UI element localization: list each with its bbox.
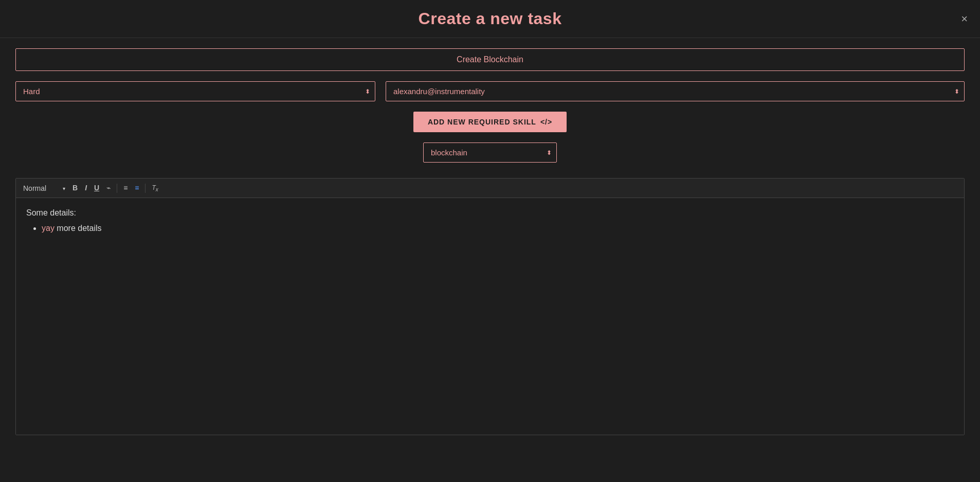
editor-list-item: yay more details (42, 222, 954, 235)
editor-list: yay more details (26, 222, 954, 235)
modal-title: Create a new task (419, 9, 562, 28)
close-button[interactable]: × (959, 11, 970, 27)
add-skill-row: ADD NEW REQUIRED SKILL </> (15, 112, 965, 132)
toolbar-divider (117, 184, 117, 193)
add-skill-button[interactable]: ADD NEW REQUIRED SKILL </> (413, 112, 567, 132)
editor-toolbar: Normal Heading 1 Heading 2 Heading 3 Cod… (16, 178, 964, 198)
more-details-text: more details (55, 224, 102, 233)
clear-format-button[interactable]: Tx (149, 182, 161, 194)
bold-button[interactable]: B (69, 182, 81, 194)
difficulty-assignee-row: Easy Normal Hard Expert ⬍ alexandru@inst… (15, 81, 965, 101)
modal-header: Create a new task × (0, 0, 980, 38)
difficulty-select-wrapper: Easy Normal Hard Expert ⬍ (15, 81, 375, 101)
italic-icon: I (85, 184, 87, 192)
yay-text: yay (42, 224, 55, 233)
modal-container: Create a new task × Easy Normal Hard Exp… (0, 0, 980, 482)
underline-icon: U (94, 184, 99, 192)
ordered-list-icon: ≡ (123, 184, 128, 192)
assignee-select-wrapper: alexandru@instrumentality other@example.… (386, 81, 965, 101)
toolbar-divider-2 (145, 184, 146, 193)
clear-format-icon: Tx (152, 184, 158, 191)
underline-button[interactable]: U (91, 182, 102, 194)
link-icon: ⌁ (106, 184, 111, 192)
editor-container: Normal Heading 1 Heading 2 Heading 3 Cod… (15, 178, 965, 435)
editor-paragraph: Some details: (26, 206, 954, 220)
style-select-wrapper: Normal Heading 1 Heading 2 Heading 3 Cod… (21, 183, 66, 193)
link-button[interactable]: ⌁ (103, 182, 114, 194)
editor-content[interactable]: Some details: yay more details (16, 198, 964, 435)
difficulty-select[interactable]: Easy Normal Hard Expert (15, 81, 375, 101)
code-icon: </> (540, 118, 552, 126)
modal-body: Easy Normal Hard Expert ⬍ alexandru@inst… (0, 38, 980, 445)
assignee-select[interactable]: alexandru@instrumentality other@example.… (386, 81, 965, 101)
add-skill-label: ADD NEW REQUIRED SKILL (428, 118, 536, 126)
unordered-list-icon: ≡ (135, 184, 139, 192)
skill-select[interactable]: blockchain javascript python solidity (423, 142, 557, 163)
ordered-list-button[interactable]: ≡ (120, 182, 131, 194)
task-name-input[interactable] (15, 48, 965, 71)
skill-select-wrapper: blockchain javascript python solidity ⬍ (423, 142, 557, 163)
skill-select-row: blockchain javascript python solidity ⬍ (15, 142, 965, 163)
bold-icon: B (72, 184, 78, 192)
style-select[interactable]: Normal Heading 1 Heading 2 Heading 3 Cod… (21, 183, 66, 193)
italic-button[interactable]: I (82, 182, 90, 194)
unordered-list-button[interactable]: ≡ (132, 182, 142, 194)
